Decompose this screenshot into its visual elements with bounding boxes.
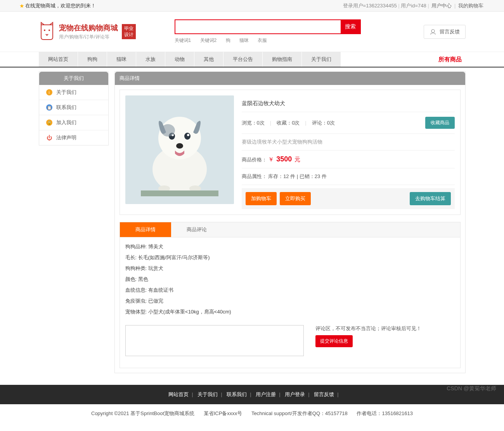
comment-right: 评论区，不可发布不当言论；评论审核后可见！ 提交评论信息 <box>315 325 455 347</box>
topbar: ★ 在线宠物商城，欢迎您的到来！ 登录用户=13622334455 | 用户id… <box>0 0 504 12</box>
buy-now-button[interactable]: 立即购买 <box>280 192 311 205</box>
product-stats: 浏览：0次 | 收藏：0次 | 评论：0次 收藏商品 <box>242 112 455 134</box>
comment-textarea[interactable] <box>125 325 304 356</box>
views-count: 浏览：0次 <box>242 119 265 126</box>
svg-rect-13 <box>141 190 218 196</box>
phone: 作者电话：13516821613 <box>357 410 413 416</box>
svg-point-10 <box>161 124 175 137</box>
nav-animal[interactable]: 动物 <box>165 52 194 67</box>
user-center-link[interactable]: 用户中心 <box>431 3 452 9</box>
nav-all-products[interactable]: 所有商品 <box>438 56 466 63</box>
logo-area[interactable]: 宠物在线购物商城 用户/购物车/订单/评论等 毕业 设计 <box>39 22 136 42</box>
sidebar-item-label: 关于我们 <box>56 89 76 96</box>
keyword-link[interactable]: 衣服 <box>258 38 267 43</box>
favorite-button[interactable]: 收藏商品 <box>425 117 455 129</box>
detail-line: 狗狗种类: 玩赏犬 <box>125 263 455 274</box>
keyword-link[interactable]: 狗 <box>226 38 230 43</box>
svg-point-8 <box>187 134 189 136</box>
nav-home[interactable]: 网站首页 <box>39 52 78 67</box>
detail-line: 血统信息: 有血统证书 <box>125 285 455 296</box>
detail-line: 毛长: 长毛(如西施/阿富汗/马尔济斯等) <box>125 252 455 263</box>
price-unit: 元 <box>294 156 300 163</box>
clipboard-icon: 📋 <box>46 104 52 111</box>
price-value: 3500 <box>276 155 292 163</box>
logo-subtitle: 用户/购物车/订单/评论等 <box>59 34 118 40</box>
detail-line: 免疫驱虫: 已做完 <box>125 296 455 306</box>
footer-info: Copyright ©2021 基于SprintBoot宠物商城系统 某省ICP… <box>0 404 504 429</box>
sidebar-item-legal[interactable]: ⏻ 法律声明 <box>39 130 108 145</box>
footer-nav: 网站首页| 关于我们| 联系我们| 用户注册| 用户登录| 留言反馈| <box>0 385 504 404</box>
product-box: 蓝陨石边牧犬幼犬 浏览：0次 | 收藏：0次 | 评论：0次 收藏商品 赛级边境… <box>120 90 461 215</box>
search-keywords: 关键词1 关键词2 狗 猫咪 衣服 <box>175 37 361 44</box>
svg-point-6 <box>184 133 191 140</box>
info-icon: i <box>46 89 52 95</box>
keyword-link[interactable]: 关键词1 <box>175 38 191 43</box>
go-checkout-button[interactable]: 去购物车结算 <box>410 192 451 205</box>
nav-cat[interactable]: 猫咪 <box>107 52 136 67</box>
stock-value: 库存：12 件 <box>268 173 295 179</box>
nav-notice[interactable]: 平台公告 <box>223 52 263 67</box>
detail-section: 商品详情 商品评论 狗狗品种: 博美犬 毛长: 长毛(如西施/阿富汗/马尔济斯等… <box>120 222 461 368</box>
main: 关于我们 i 关于我们 📋 联系我们 🔒 加入我们 ⏻ 法律声明 商品详情 <box>39 71 466 373</box>
footer-link[interactable]: 留言反馈 <box>314 391 334 397</box>
detail-line: 颜色: 黑色 <box>125 274 455 285</box>
content-header: 商品详情 <box>115 72 465 85</box>
nav-other[interactable]: 其他 <box>194 52 223 67</box>
tab-detail[interactable]: 商品详情 <box>120 222 171 237</box>
qq: Technical support/开发作者QQ：45157718 <box>251 410 348 416</box>
tab-comment[interactable]: 商品评论 <box>171 222 222 237</box>
attr-label: 商品属性： <box>242 173 267 179</box>
footer-link[interactable]: 用户注册 <box>256 391 276 397</box>
copyright: Copyright ©2021 基于SprintBoot宠物商城系统 <box>91 410 194 416</box>
sidebar: 关于我们 i 关于我们 📋 联系我们 🔒 加入我们 ⏻ 法律声明 <box>39 71 109 145</box>
sold-value: 已销：23 件 <box>300 173 327 179</box>
sidebar-item-label: 联系我们 <box>56 104 76 111</box>
nav-guide[interactable]: 购物指南 <box>263 52 302 67</box>
nav: 网站首页 狗狗 猫咪 水族 动物 其他 平台公告 购物指南 关于我们 所有商品 <box>39 52 466 67</box>
icp: 某省ICP备xxxx号 <box>204 410 242 416</box>
nav-wrap: 网站首页 狗狗 猫咪 水族 动物 其他 平台公告 购物指南 关于我们 所有商品 <box>0 52 504 68</box>
search-input[interactable] <box>175 20 341 33</box>
keyword-link[interactable]: 关键词2 <box>200 38 217 43</box>
separator: | <box>454 3 457 9</box>
footer-link[interactable]: 联系我们 <box>227 391 247 397</box>
footer-link[interactable]: 网站首页 <box>168 391 189 397</box>
login-user: 登录用户=13622334455 <box>343 3 397 9</box>
nav-aqua[interactable]: 水族 <box>136 52 165 67</box>
search-button[interactable]: 搜索 <box>341 20 360 33</box>
action-row: 加购物车 立即购买 去购物车结算 <box>242 188 455 209</box>
submit-comment-button[interactable]: 提交评论信息 <box>315 335 353 347</box>
star-icon: ★ <box>19 0 24 12</box>
product-image <box>125 95 234 204</box>
headset-icon <box>430 28 436 35</box>
sidebar-item-contact[interactable]: 📋 联系我们 <box>39 100 108 115</box>
sidebar-item-about[interactable]: i 关于我们 <box>39 85 108 100</box>
sidebar-item-label: 加入我们 <box>56 119 76 126</box>
my-cart-link[interactable]: 我的购物车 <box>458 3 483 9</box>
detail-line: 狗狗品种: 博美犬 <box>125 241 455 252</box>
feedback-button[interactable]: 留言反馈 <box>424 25 466 39</box>
add-cart-button[interactable]: 加购物车 <box>246 192 277 205</box>
svg-point-9 <box>176 143 183 149</box>
keyword-link[interactable]: 猫咪 <box>239 38 249 43</box>
topbar-welcome: ★ 在线宠物商城，欢迎您的到来！ <box>19 0 96 11</box>
separator: | <box>270 120 271 126</box>
svg-point-1 <box>48 29 50 31</box>
sidebar-item-label: 法律声明 <box>56 134 76 141</box>
nav-about[interactable]: 关于我们 <box>302 52 341 67</box>
sidebar-item-join[interactable]: 🔒 加入我们 <box>39 115 108 130</box>
logo-title: 宠物在线购物商城 <box>59 23 118 33</box>
lock-icon: 🔒 <box>46 119 52 126</box>
search-area: 搜索 关键词1 关键词2 狗 猫咪 衣服 <box>175 19 361 44</box>
price-symbol: ￥ <box>268 156 274 163</box>
content: 商品详情 <box>114 71 466 373</box>
footer-link[interactable]: 关于我们 <box>197 391 218 397</box>
svg-point-0 <box>44 29 45 31</box>
product-info: 蓝陨石边牧犬幼犬 浏览：0次 | 收藏：0次 | 评论：0次 收藏商品 赛级边境… <box>242 95 455 209</box>
detail-content: 狗狗品种: 博美犬 毛长: 长毛(如西施/阿富汗/马尔济斯等) 狗狗种类: 玩赏… <box>120 237 460 321</box>
content-body: 蓝陨石边牧犬幼犬 浏览：0次 | 收藏：0次 | 评论：0次 收藏商品 赛级边境… <box>115 85 465 373</box>
footer-link[interactable]: 用户登录 <box>285 391 305 397</box>
nav-dog[interactable]: 狗狗 <box>78 52 107 67</box>
feedback-label: 留言反馈 <box>440 28 460 35</box>
separator: | <box>428 3 430 9</box>
